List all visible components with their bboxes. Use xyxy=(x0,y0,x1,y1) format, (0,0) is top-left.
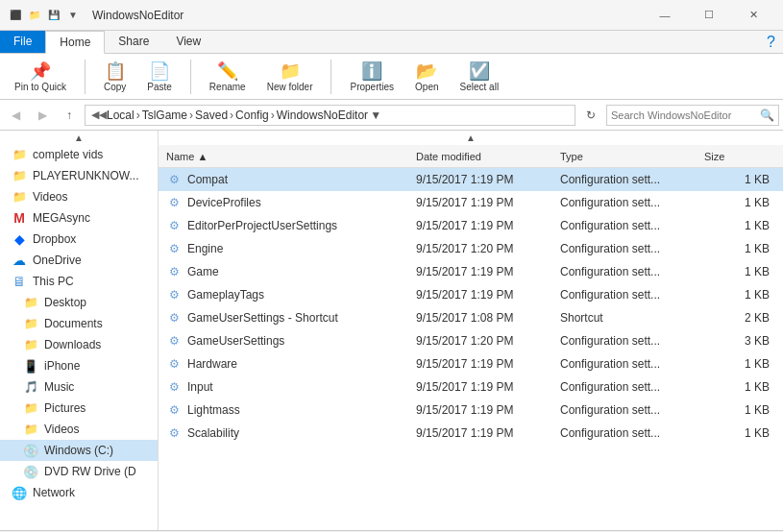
music-folder-icon: 🎵 xyxy=(23,379,38,395)
properties-button[interactable]: ℹ️ Properties xyxy=(343,58,401,95)
table-row[interactable]: ⚙ Scalability 9/15/2017 1:19 PM Configur… xyxy=(159,422,783,445)
header-date[interactable]: Date modified xyxy=(412,151,556,162)
folder-blue-icon: 📁 xyxy=(12,189,27,205)
copy-button[interactable]: 📋 Copy xyxy=(97,58,133,95)
file-name: Game xyxy=(187,265,219,278)
file-type-cell: Configuration sett... xyxy=(556,357,700,371)
table-row[interactable]: ⚙ Input 9/15/2017 1:19 PM Configuration … xyxy=(159,375,783,399)
file-type-cell: Configuration sett... xyxy=(556,265,700,278)
table-row[interactable]: ⚙ GameUserSettings - Shortcut 9/15/2017 … xyxy=(159,306,783,329)
maximize-button[interactable]: ☐ xyxy=(687,0,731,31)
scroll-up-arrow[interactable]: ▲ xyxy=(0,131,158,144)
table-row[interactable]: ⚙ Engine 9/15/2017 1:20 PM Configuration… xyxy=(159,237,783,260)
search-input[interactable] xyxy=(611,109,760,121)
table-row[interactable]: ⚙ Game 9/15/2017 1:19 PM Configuration s… xyxy=(159,260,783,283)
sidebar-label-pictures: Pictures xyxy=(44,401,86,415)
file-name: Hardware xyxy=(187,357,237,371)
pin-to-quick-access-button[interactable]: 📌 Pin to Quick xyxy=(8,58,73,95)
path-config[interactable]: Config xyxy=(235,109,269,122)
title-bar-window-icons: ⬛ 📁 💾 ▼ xyxy=(8,8,81,23)
sidebar-item-playerunknown[interactable]: 📁 PLAYERUNKNOW... xyxy=(0,165,158,186)
back-button[interactable]: ◀ xyxy=(4,104,27,127)
file-type-cell: Configuration sett... xyxy=(556,334,700,348)
file-size-cell: 1 KB xyxy=(700,426,777,440)
sidebar-item-windows-c[interactable]: 💿 Windows (C:) xyxy=(0,440,158,461)
file-name-cell: ⚙ Compat xyxy=(162,172,412,187)
sidebar-label-documents: Documents xyxy=(44,317,103,330)
sep3: › xyxy=(230,109,233,122)
table-row[interactable]: ⚙ DeviceProfiles 9/15/2017 1:19 PM Confi… xyxy=(159,191,783,214)
file-name-cell: ⚙ Engine xyxy=(162,241,412,256)
close-button[interactable]: ✕ xyxy=(731,0,775,31)
file-icon: ⚙ xyxy=(166,402,182,418)
file-icon: ⚙ xyxy=(166,241,182,256)
open-button[interactable]: 📂 Open xyxy=(408,58,445,95)
file-date-cell: 9/15/2017 1:19 PM xyxy=(412,357,556,371)
refresh-button[interactable]: ↻ xyxy=(579,104,602,127)
path-saved[interactable]: Saved xyxy=(195,109,228,122)
tab-share[interactable]: Share xyxy=(105,31,162,53)
table-row[interactable]: ⚙ GameplayTags 9/15/2017 1:19 PM Configu… xyxy=(159,283,783,306)
file-size-cell: 1 KB xyxy=(700,265,777,278)
new-folder-button[interactable]: 📁 New folder xyxy=(260,58,320,95)
dropbox-icon: ◆ xyxy=(12,231,27,247)
select-all-button[interactable]: ☑️ Select all xyxy=(453,58,506,95)
sidebar-item-dropbox[interactable]: ◆ Dropbox xyxy=(0,229,158,250)
table-row[interactable]: ⚙ GameUserSettings 9/15/2017 1:20 PM Con… xyxy=(159,329,783,352)
iphone-icon: 📱 xyxy=(23,358,38,374)
search-icon: 🔍 xyxy=(760,109,774,122)
sidebar-item-network[interactable]: 🌐 Network xyxy=(0,482,158,503)
window-controls: — ☐ ✕ xyxy=(643,0,775,31)
tab-view[interactable]: View xyxy=(162,31,214,53)
file-size-cell: 1 KB xyxy=(700,173,777,186)
file-name: GameUserSettings xyxy=(187,334,284,348)
header-size[interactable]: Size xyxy=(700,151,777,162)
sidebar-item-complete-vids[interactable]: 📁 complete vids xyxy=(0,144,158,165)
sidebar-item-videos2[interactable]: 📁 Videos xyxy=(0,419,158,440)
table-row[interactable]: ⚙ EditorPerProjectUserSettings 9/15/2017… xyxy=(159,214,783,237)
sidebar-item-dvd-rw[interactable]: 💿 DVD RW Drive (D xyxy=(0,461,158,482)
file-name-cell: ⚙ DeviceProfiles xyxy=(162,195,412,210)
sidebar-item-megasync[interactable]: M MEGAsync xyxy=(0,207,158,229)
paste-button[interactable]: 📄 Paste xyxy=(140,58,179,95)
up-button[interactable]: ↑ xyxy=(58,104,81,127)
rename-button[interactable]: ✏️ Rename xyxy=(203,58,253,95)
file-icon: ⚙ xyxy=(166,195,182,210)
sidebar-item-onedrive[interactable]: ☁ OneDrive xyxy=(0,250,158,271)
path-tslgame[interactable]: TslGame xyxy=(142,109,187,122)
sidebar-item-videos[interactable]: 📁 Videos xyxy=(0,186,158,207)
file-date-cell: 9/15/2017 1:20 PM xyxy=(412,242,556,255)
sidebar-item-downloads[interactable]: 📁 Downloads xyxy=(0,334,158,355)
path-local[interactable]: Local xyxy=(107,109,135,122)
documents-folder-icon: 📁 xyxy=(23,316,38,331)
sidebar-item-thispc[interactable]: 🖥 This PC xyxy=(0,271,158,292)
address-path[interactable]: ◀◀ Local › TslGame › Saved › Config › Wi… xyxy=(85,105,575,126)
sidebar-item-iphone[interactable]: 📱 iPhone xyxy=(0,355,158,376)
file-date-cell: 9/15/2017 1:19 PM xyxy=(412,426,556,440)
folder-icon: 📁 xyxy=(27,8,42,23)
sidebar-label-playerunknown: PLAYERUNKNOW... xyxy=(33,169,138,182)
help-button[interactable]: ? xyxy=(759,31,783,53)
file-icon: ⚙ xyxy=(166,425,182,441)
file-type-cell: Shortcut xyxy=(556,311,700,325)
tab-home[interactable]: Home xyxy=(45,31,105,54)
header-type[interactable]: Type xyxy=(556,151,700,162)
window-title: WindowsNoEditor xyxy=(88,9,643,22)
minimize-button[interactable]: — xyxy=(643,0,687,31)
mega-icon: M xyxy=(12,210,27,226)
sidebar-item-desktop[interactable]: 📁 Desktop xyxy=(0,292,158,313)
forward-button[interactable]: ▶ xyxy=(31,104,54,127)
table-row[interactable]: ⚙ Compat 9/15/2017 1:19 PM Configuration… xyxy=(159,168,783,191)
table-row[interactable]: ⚙ Hardware 9/15/2017 1:19 PM Configurati… xyxy=(159,352,783,375)
header-name[interactable]: Name ▲ xyxy=(162,151,412,162)
path-windowsnoeditor[interactable]: WindowsNoEditor xyxy=(277,109,368,122)
tab-file[interactable]: File xyxy=(0,31,45,53)
table-row[interactable]: ⚙ Lightmass 9/15/2017 1:19 PM Configurat… xyxy=(159,399,783,422)
sidebar-label-onedrive: OneDrive xyxy=(33,254,82,267)
file-date-cell: 9/15/2017 1:19 PM xyxy=(412,380,556,394)
sidebar-item-pictures[interactable]: 📁 Pictures xyxy=(0,398,158,419)
sidebar-label-complete-vids: complete vids xyxy=(33,148,103,161)
sidebar-item-documents[interactable]: 📁 Documents xyxy=(0,313,158,334)
ribbon-content: 📌 Pin to Quick 📋 Copy 📄 Paste ✏️ Rename … xyxy=(0,54,783,99)
sidebar-item-music[interactable]: 🎵 Music xyxy=(0,376,158,398)
